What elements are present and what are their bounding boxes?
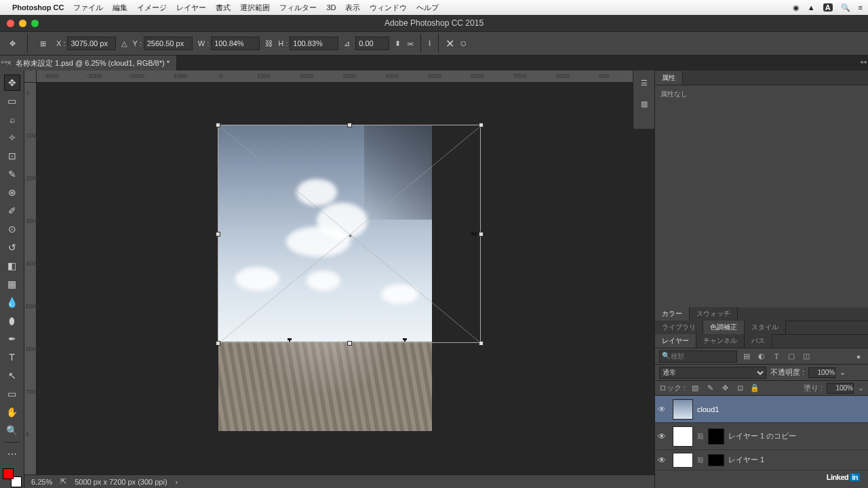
tab-styles[interactable]: スタイル — [745, 321, 786, 334]
pen-tool[interactable]: ✒ — [4, 331, 20, 347]
tab-properties[interactable]: 属性 — [655, 71, 683, 85]
opacity-chevron-icon[interactable]: ⌄ — [840, 368, 846, 377]
app-name[interactable]: Photoshop CC — [12, 3, 64, 12]
layer-thumbnail[interactable] — [673, 426, 693, 447]
lasso-tool[interactable]: ⌕ — [4, 111, 20, 127]
menu-filter[interactable]: フィルター — [279, 3, 317, 13]
menu-type[interactable]: 書式 — [216, 3, 231, 13]
h-input[interactable] — [290, 37, 338, 50]
move-tool[interactable]: ✥ — [4, 75, 20, 91]
layer-mask-thumbnail[interactable] — [708, 454, 724, 466]
layer-row[interactable]: 👁 ⛓ レイヤー 1 — [655, 450, 868, 470]
lock-position-icon[interactable]: ✥ — [719, 383, 730, 394]
blend-mode-select[interactable]: 通常 — [659, 367, 766, 379]
minimize-window[interactable] — [19, 20, 26, 27]
zoom-window[interactable] — [31, 20, 39, 27]
visibility-icon[interactable]: 👁 — [658, 455, 669, 465]
collapse-left-icon[interactable]: ▸▸ — [1, 58, 8, 65]
lock-paint-icon[interactable]: ✎ — [705, 383, 715, 394]
tab-color[interactable]: カラー — [655, 307, 690, 321]
zoom-level[interactable]: 6.25% — [31, 478, 52, 486]
layer-filter-input[interactable] — [659, 350, 737, 363]
tab-layers[interactable]: レイヤー — [655, 334, 696, 348]
eyedropper-tool[interactable]: ✎ — [4, 166, 20, 182]
cancel-transform-icon[interactable]: ✕ — [446, 37, 454, 50]
color-swatches[interactable] — [3, 468, 22, 487]
transform-handle-ne[interactable] — [479, 123, 484, 127]
document-tab[interactable]: × 名称未設定 1.psd @ 6.25% (cloud1, RGB/8*) * — [0, 56, 177, 70]
foreground-color[interactable] — [3, 468, 14, 479]
healing-tool[interactable]: ⊛ — [4, 184, 20, 201]
shape-tool[interactable]: ▭ — [4, 386, 20, 402]
hand-tool[interactable]: ✋ — [4, 404, 20, 420]
filter-shape-icon[interactable]: ▢ — [786, 351, 797, 362]
lock-transparent-icon[interactable]: ▨ — [690, 383, 701, 394]
transform-handle-e[interactable] — [479, 232, 484, 237]
warp-icon[interactable]: ⌇ — [428, 39, 431, 48]
zoom-tool[interactable]: 🔍 — [4, 422, 20, 439]
crop-tool[interactable]: ⊡ — [4, 148, 20, 164]
canvas-area[interactable]: -4000-3000 -2000-1000 01000 20003000 400… — [24, 70, 654, 488]
w-input[interactable] — [211, 37, 260, 50]
menu-image[interactable]: イメージ — [137, 3, 167, 13]
menu-3d[interactable]: 3D — [326, 3, 336, 12]
edit-toolbar[interactable]: ⋯ — [4, 446, 20, 462]
fill-input[interactable] — [827, 383, 854, 394]
lock-artboard-icon[interactable]: ⊡ — [734, 383, 745, 394]
transform-handle-se[interactable] — [479, 341, 484, 346]
close-window[interactable] — [7, 20, 14, 27]
layer-thumbnail[interactable] — [673, 453, 693, 468]
swap-xy-icon[interactable]: △ — [121, 39, 127, 48]
doc-info[interactable]: 5000 px x 7200 px (300 ppi) — [75, 478, 167, 486]
menu-edit[interactable]: 編集 — [113, 3, 127, 13]
layer-thumbnail[interactable] — [673, 399, 693, 420]
path-select-tool[interactable]: ↖ — [4, 367, 20, 384]
fill-chevron-icon[interactable]: ⌄ — [858, 384, 864, 392]
menu-help[interactable]: ヘルプ — [416, 3, 439, 13]
ruler-vertical[interactable]: 01000 20003000 40005000 60007000 8 — [24, 83, 37, 488]
layer-row[interactable]: 👁 ⛓ レイヤー 1 のコピー — [655, 423, 868, 450]
menu-layer[interactable]: レイヤー — [176, 3, 206, 13]
angle-input[interactable] — [355, 37, 389, 50]
menu-view[interactable]: 表示 — [345, 3, 360, 13]
cc-icon[interactable]: ◉ — [793, 3, 800, 12]
filter-smart-icon[interactable]: ◫ — [801, 351, 812, 362]
commit-transform-icon[interactable]: ○ — [460, 37, 467, 49]
transform-tool-icon[interactable]: ✥ — [4, 35, 20, 52]
layer-name[interactable]: レイヤー 1 — [728, 455, 764, 465]
type-tool[interactable]: T — [4, 349, 20, 365]
link-icon[interactable]: ⛓ — [697, 456, 704, 464]
lock-all-icon[interactable]: 🔒 — [749, 383, 760, 394]
spotlight-icon[interactable]: 🔍 — [841, 3, 850, 12]
filter-toggle-icon[interactable]: ● — [853, 351, 864, 362]
ruler-origin[interactable] — [24, 70, 37, 83]
document-canvas[interactable] — [218, 125, 432, 431]
status-menu-icon[interactable]: › — [176, 478, 178, 486]
tab-channels[interactable]: チャンネル — [696, 334, 745, 348]
filter-adjust-icon[interactable]: ◐ — [756, 351, 767, 362]
visibility-icon[interactable]: 👁 — [658, 432, 669, 441]
filter-type-icon[interactable]: T — [771, 351, 782, 362]
menu-extras-icon[interactable]: ≡ — [859, 3, 863, 12]
tab-libraries[interactable]: ライブラリ — [655, 321, 703, 334]
menu-select[interactable]: 選択範囲 — [240, 3, 270, 13]
menu-window[interactable]: ウィンドウ — [370, 3, 407, 13]
eraser-tool[interactable]: ◧ — [4, 258, 20, 274]
filter-pixel-icon[interactable]: ▤ — [741, 351, 752, 362]
tab-adjustments[interactable]: 色調補正 — [703, 321, 745, 334]
user-badge[interactable]: A — [823, 3, 833, 12]
skew-h-icon[interactable]: ⬍ — [395, 39, 401, 48]
brush-tool[interactable]: ✐ — [4, 203, 20, 219]
stamp-tool[interactable]: ⊙ — [4, 221, 20, 237]
magic-wand-tool[interactable]: ✧ — [4, 129, 20, 146]
tab-paths[interactable]: パス — [745, 334, 772, 348]
layer-name[interactable]: cloud1 — [697, 405, 719, 413]
history-panel-icon[interactable]: ☰ — [641, 79, 648, 87]
history-brush-tool[interactable]: ↺ — [4, 239, 20, 256]
tab-swatches[interactable]: スウォッチ — [690, 307, 738, 321]
actions-panel-icon[interactable]: ▥ — [641, 100, 648, 108]
link-icon[interactable]: ⛓ — [697, 432, 704, 440]
layer-mask-thumbnail[interactable] — [708, 428, 724, 445]
notification-icon[interactable]: ▲ — [808, 3, 815, 12]
visibility-icon[interactable]: 👁 — [658, 405, 669, 414]
